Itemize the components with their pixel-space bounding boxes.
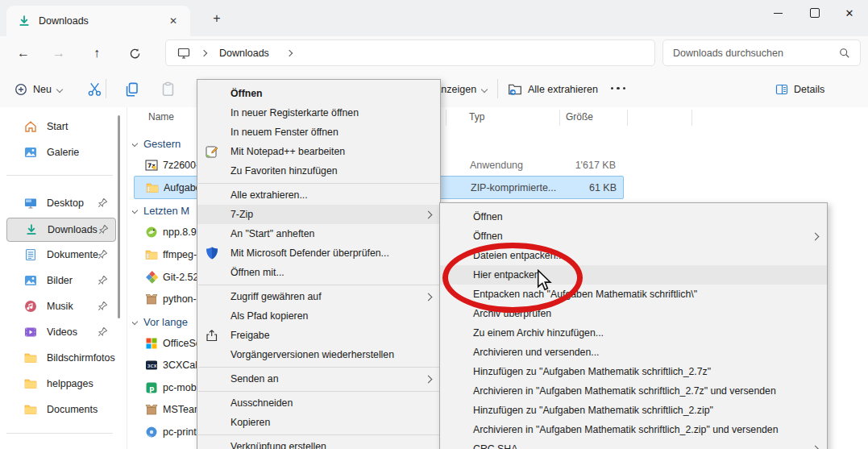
menu-item-oeffnen[interactable]: Öffnen [197,84,440,103]
sidebar-item-musik[interactable]: Musik [6,295,114,318]
menu-item-freigabe[interactable]: Freigabe [197,326,440,345]
submenu-item-archivieren-versenden[interactable]: Archivieren und versenden... [440,343,827,362]
menu-separator [198,434,439,435]
submenu-item-archivieren-zip-versenden[interactable]: Archivieren in "Aufgaben Mathematik schr… [440,420,827,439]
group-header-gestern[interactable]: Gestern [132,134,206,153]
menu-item-an-start-anheften[interactable]: An "Start" anheften [197,224,440,243]
breadcrumb-downloads[interactable]: Downloads [219,48,269,59]
package-box-icon [145,403,158,416]
menu-item-7zip[interactable]: 7-Zip [197,205,440,224]
notepadpp-file-icon [145,226,158,239]
pin-icon [98,197,108,208]
pc-mobi-icon: p [145,381,158,394]
toolbar-divider [497,79,498,98]
sidebar: Start Galerie Desktop [0,107,127,449]
video-icon [24,326,37,339]
submenu-item-archivieren-7z-versenden[interactable]: Archivieren in "Aufgaben Mathematik schr… [440,381,827,401]
search-input[interactable]: Downloads durchsuchen [662,39,861,66]
menu-item-neues-fenster[interactable]: In neuem Fenster öffnen [197,123,440,142]
tab-bar: Downloads ✕ + ✕ [0,0,868,36]
sidebar-item-videos[interactable]: Videos [6,321,114,343]
column-header-type[interactable]: Typ [469,111,484,123]
sidebar-item-dokumente[interactable]: Dokumente [6,243,114,266]
group-header-letzten-monat[interactable]: Letzten M [132,201,206,220]
address-bar[interactable]: Downloads [165,39,655,66]
menu-item-neue-registerkarte[interactable]: In neuer Registerkarte öffnen [197,103,440,123]
pin-icon [98,224,109,235]
new-button[interactable]: Neu [15,80,62,99]
sidebar-item-documents[interactable]: Documents [6,398,114,421]
7zip-app-icon: 7z [145,159,158,172]
column-header-size[interactable]: Größe [566,111,593,123]
breadcrumb-chevron-icon [201,49,207,56]
refresh-icon [129,48,141,60]
copy-button[interactable] [124,81,139,99]
tab-close-icon[interactable]: ✕ [164,12,182,30]
menu-item-oeffnen-mit[interactable]: Öffnen mit... [197,263,440,282]
submenu-item-hinzufuegen-zip[interactable]: Hinzufügen zu "Aufgaben Mathematik schri… [440,401,827,420]
picture-icon [24,274,37,287]
microsoft-logo-icon [145,337,158,350]
pin-icon [98,326,108,337]
this-pc-icon [177,47,190,60]
sidebar-item-desktop[interactable]: Desktop [6,192,114,214]
toolbar-divider [106,79,106,98]
column-divider[interactable] [691,110,692,126]
menu-item-zu-favoriten[interactable]: Zu Favoriten hinzufügen [197,161,440,181]
tab-downloads[interactable]: Downloads ✕ [6,6,190,36]
column-divider[interactable] [627,110,628,126]
document-icon [24,248,37,261]
menu-item-zugriff-gewaehren[interactable]: Zugriff gewähren auf [197,287,440,306]
extract-all-button[interactable]: Alle extrahieren [508,80,598,99]
defender-shield-icon [205,246,219,260]
back-button[interactable]: ← [10,39,37,67]
paste-button[interactable] [160,81,176,99]
submenu-item-crc-sha[interactable]: CRC SHA [440,439,827,449]
menu-item-defender-scan[interactable]: Mit Microsoft Defender überprüfen... [197,243,440,263]
submenu-item-zu-archiv-hinzufuegen[interactable]: Zu einem Archiv hinzufügen... [440,323,827,343]
scissors-icon [87,81,102,97]
pin-icon [98,275,108,285]
column-header-name[interactable]: Name [148,111,174,123]
column-divider[interactable] [559,110,560,126]
more-options-button[interactable] [611,87,625,89]
sidebar-item-galerie[interactable]: Galerie [6,141,114,164]
chevron-down-icon [132,318,138,325]
menu-item-senden-an[interactable]: Senden an [197,369,440,389]
up-button[interactable]: ↑ [83,39,110,67]
chevron-down-icon [132,140,138,147]
submenu-item-hinzufuegen-7z[interactable]: Hinzufügen zu "Aufgaben Mathematik schri… [440,362,827,381]
column-divider[interactable] [446,110,446,126]
new-tab-button[interactable]: + [206,8,228,29]
sidebar-item-helppages[interactable]: helppages [6,372,114,395]
menu-item-ausschneiden[interactable]: Ausschneiden [197,393,440,413]
menu-item-vorgaengerversionen[interactable]: Vorgängerversionen wiederherstellen [197,345,440,364]
download-icon [18,15,31,27]
sidebar-item-downloads[interactable]: Downloads [6,218,116,242]
chevron-right-icon [425,293,433,301]
sidebar-item-bilder[interactable]: Bilder [6,269,114,292]
clipboard-icon [160,81,176,97]
close-button[interactable]: ✕ [831,0,868,26]
chevron-down-icon [132,207,138,214]
menu-item-kopieren[interactable]: Kopieren [197,413,440,432]
menu-item-alle-extrahieren[interactable]: Alle extrahieren... [197,185,440,205]
submenu-item-oeffnen[interactable]: Öffnen [440,207,827,227]
maximize-button[interactable] [796,0,833,26]
zip-folder-icon [146,181,159,194]
details-label: Details [794,84,824,95]
sidebar-item-start[interactable]: Start [6,115,114,138]
notepadpp-icon [205,144,219,159]
menu-item-verknuepfung-erstellen[interactable]: Verknüpfung erstellen [197,437,440,449]
menu-item-als-pfad-kopieren[interactable]: Als Pfad kopieren [197,306,440,326]
minimize-button[interactable] [759,0,796,26]
sidebar-scrollbar[interactable] [118,115,120,318]
refresh-button[interactable] [121,39,148,67]
cut-button[interactable] [87,81,102,99]
group-header-vor-langer-zeit[interactable]: Vor lange [132,312,206,331]
menu-item-notepadpp[interactable]: Mit Notepad++ bearbeiten [197,142,440,161]
details-button[interactable]: Details [775,80,824,99]
forward-button[interactable]: → [45,39,73,67]
share-icon [205,328,219,343]
sidebar-item-bildschirmfotos[interactable]: Bildschirmfotos [6,347,114,369]
